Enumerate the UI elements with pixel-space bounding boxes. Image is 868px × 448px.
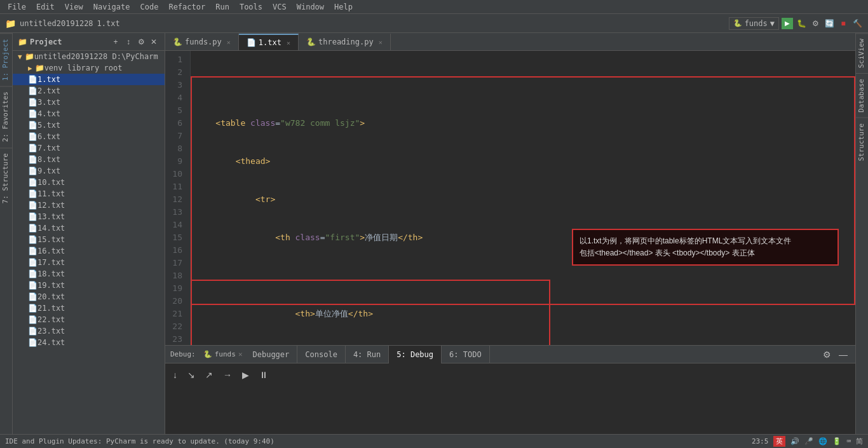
tab-funds[interactable]: 🐍 funds.py ✕ xyxy=(165,34,239,50)
tree-file-13[interactable]: 📄 13.txt xyxy=(13,211,165,222)
debug-step-into[interactable]: ↘ xyxy=(185,369,198,381)
file-label-11: 11.txt xyxy=(37,189,65,198)
tree-file-2[interactable]: 📄 2.txt xyxy=(13,85,165,97)
status-time: 23:5 xyxy=(752,437,769,445)
status-speaker-icon: 🔊 xyxy=(790,437,799,445)
status-ime[interactable]: 英 xyxy=(773,436,785,447)
venv-arrow-icon: ▶ xyxy=(28,64,32,72)
tab-1txt[interactable]: 📄 1.txt ✕ xyxy=(239,34,299,50)
file-icon-6: 📄 xyxy=(28,132,37,141)
code-line-4: <tr> xyxy=(196,193,850,206)
tree-file-19[interactable]: 📄 19.txt xyxy=(13,280,165,291)
coverage-button[interactable]: ⚙ xyxy=(810,18,821,29)
tree-file-24[interactable]: 📄 24.txt xyxy=(13,337,165,348)
run-button[interactable]: ▶ xyxy=(782,18,793,29)
tree-file-14[interactable]: 📄 14.txt xyxy=(13,222,165,234)
tree-file-16[interactable]: 📄 16.txt xyxy=(13,245,165,257)
tab-1txt-label: 1.txt xyxy=(259,38,281,47)
editor-content[interactable]: 1 2 3 4 5 6 7 8 9 10 11 12 13 14 15 16 1… xyxy=(165,51,855,345)
tree-venv[interactable]: ▶ 📁 venv library root xyxy=(13,62,165,74)
bottom-tab-debugger[interactable]: Debugger xyxy=(245,346,298,363)
bottom-close-btn[interactable]: — xyxy=(836,348,850,361)
root-folder-icon: ▼ xyxy=(18,53,22,61)
tab-1txt-close[interactable]: ✕ xyxy=(287,39,290,46)
bottom-tab-debug[interactable]: 5: Debug xyxy=(389,346,442,363)
tree-file-15[interactable]: 📄 15.txt xyxy=(13,234,165,245)
tab-threading[interactable]: 🐍 threading.py ✕ xyxy=(299,34,391,50)
vtab-favorites[interactable]: 2: Favorites xyxy=(0,86,12,147)
stop-button[interactable]: ■ xyxy=(837,18,849,29)
debug-pause[interactable]: ⏸ xyxy=(257,369,271,381)
menu-navigate[interactable]: Navigate xyxy=(88,0,135,13)
tab-threading-close[interactable]: ✕ xyxy=(379,39,383,46)
tree-file-17[interactable]: 📄 17.txt xyxy=(13,257,165,268)
run-config-dropdown[interactable]: 🐍 funds ▼ xyxy=(729,17,779,30)
sidebar-settings-btn[interactable]: ⚙ xyxy=(135,36,147,48)
menu-edit[interactable]: Edit xyxy=(31,0,60,13)
vtab-structure[interactable]: 7: Structure xyxy=(0,147,12,208)
tab-threading-icon: 🐍 xyxy=(306,37,316,46)
main-area: 1: Project 2: Favorites 7: Structure 📁 P… xyxy=(0,33,868,434)
tree-file-18[interactable]: 📄 18.txt xyxy=(13,268,165,280)
debug-button[interactable]: 🐛 xyxy=(796,18,807,29)
tree-file-20[interactable]: 📄 20.txt xyxy=(13,291,165,302)
tree-file-9[interactable]: 📄 9.txt xyxy=(13,165,165,177)
bottom-tab-run[interactable]: 4: Run xyxy=(346,346,389,363)
code-line-1 xyxy=(196,79,850,92)
project-icon: 📁 xyxy=(18,37,27,46)
build-button[interactable]: 🔨 xyxy=(851,18,863,29)
debug-run-to-cursor[interactable]: → xyxy=(220,369,234,381)
status-keyboard-icon: ⌨ xyxy=(846,437,851,445)
rtab-database[interactable]: Database xyxy=(856,73,868,118)
debug-resume[interactable]: ▶ xyxy=(240,369,252,381)
rtab-sciview[interactable]: SciView xyxy=(856,33,868,73)
menu-vcs[interactable]: VCS xyxy=(268,0,292,13)
tree-file-12[interactable]: 📄 12.txt xyxy=(13,200,165,211)
file-icon-13: 📄 xyxy=(28,212,37,221)
status-mic-icon: 🎤 xyxy=(804,437,813,445)
sidebar-close-btn[interactable]: ✕ xyxy=(148,36,159,48)
sidebar-add-btn[interactable]: + xyxy=(110,36,121,48)
bottom-tab-todo[interactable]: 6: TODO xyxy=(442,346,490,363)
tree-file-1[interactable]: 📄 1.txt xyxy=(13,74,165,85)
tree-root[interactable]: ▼ 📁 untitled20191228 D:\PyCharm xyxy=(13,51,165,62)
tree-file-23[interactable]: 📄 23.txt xyxy=(13,325,165,337)
file-label-9: 9.txt xyxy=(37,166,60,175)
sidebar-sync-btn[interactable]: ↕ xyxy=(123,36,134,48)
profile-button[interactable]: 🔄 xyxy=(824,18,835,29)
tree-file-22[interactable]: 📄 22.txt xyxy=(13,314,165,325)
code-editor[interactable]: <table class="w782 comm lsjz"> <thead> <… xyxy=(191,51,855,345)
tree-file-3[interactable]: 📄 3.txt xyxy=(13,97,165,108)
file-label-12: 12.txt xyxy=(37,201,65,210)
menu-window[interactable]: Window xyxy=(292,0,329,13)
menu-help[interactable]: Help xyxy=(329,0,358,13)
debug-label: Debug: xyxy=(165,350,201,358)
tree-file-4[interactable]: 📄 4.txt xyxy=(13,108,165,119)
debug-controls: ↓ ↘ ↗ → ▶ ⏸ xyxy=(170,366,850,384)
menu-tools[interactable]: Tools xyxy=(234,0,268,13)
debug-close-icon[interactable]: ✕ xyxy=(236,350,245,358)
bottom-tab-console-label: Console xyxy=(305,350,337,359)
menu-code[interactable]: Code xyxy=(135,0,164,13)
tab-funds-label: funds.py xyxy=(185,37,222,46)
menu-file[interactable]: File xyxy=(3,0,31,13)
tree-file-8[interactable]: 📄 8.txt xyxy=(13,154,165,165)
debug-step-over[interactable]: ↓ xyxy=(170,369,180,381)
tree-file-5[interactable]: 📄 5.txt xyxy=(13,119,165,131)
menu-run[interactable]: Run xyxy=(210,0,234,13)
tree-file-10[interactable]: 📄 10.txt xyxy=(13,177,165,188)
bottom-settings-btn[interactable]: ⚙ xyxy=(820,348,834,361)
tree-file-11[interactable]: 📄 11.txt xyxy=(13,188,165,200)
file-icon-2: 📄 xyxy=(28,86,37,95)
tree-file-6[interactable]: 📄 6.txt xyxy=(13,131,165,142)
bottom-tab-console[interactable]: Console xyxy=(297,346,346,363)
tab-funds-close[interactable]: ✕ xyxy=(227,39,231,46)
tree-file-21[interactable]: 📄 21.txt xyxy=(13,302,165,314)
file-label-22: 22.txt xyxy=(37,315,65,324)
menu-refactor[interactable]: Refactor xyxy=(163,0,210,13)
vtab-project[interactable]: 1: Project xyxy=(0,33,12,86)
rtab-structure[interactable]: Structure xyxy=(856,118,868,166)
tree-file-7[interactable]: 📄 7.txt xyxy=(13,142,165,154)
menu-view[interactable]: View xyxy=(60,0,88,13)
debug-step-out[interactable]: ↗ xyxy=(203,369,215,381)
